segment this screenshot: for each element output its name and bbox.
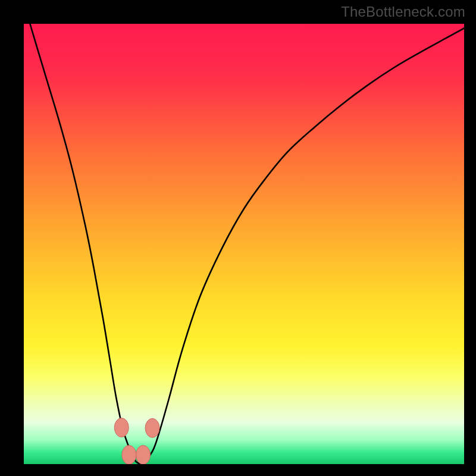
data-point: [114, 418, 129, 437]
data-point: [122, 445, 136, 464]
data-point: [145, 418, 159, 437]
data-point-markers: [114, 418, 159, 464]
plot-area: [24, 24, 464, 464]
watermark-text: TheBottleneck.com: [341, 4, 465, 20]
chart-frame: TheBottleneck.com: [0, 0, 476, 476]
bottleneck-curve: [24, 24, 464, 464]
data-point: [136, 445, 151, 464]
